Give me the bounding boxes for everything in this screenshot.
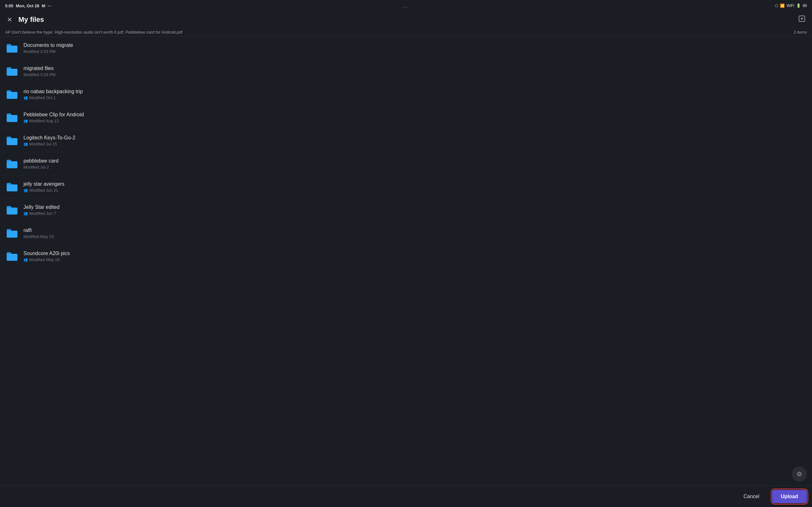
file-modified: Modified Jul 2 — [23, 165, 49, 170]
file-name: migrated files — [23, 66, 55, 71]
file-info: Logitech Keys-To-Go-2 👥 Modified Jul 15 — [23, 135, 75, 147]
wifi-icon: WiFi — [786, 3, 794, 8]
file-info: Documents to migrate Modified 3:33 PM — [23, 43, 73, 54]
battery-icon: 🔋 — [796, 3, 801, 8]
file-info: jelly star avengers 👥 Modified Jun 21 — [23, 181, 64, 193]
folder-icon — [5, 203, 19, 217]
file-meta: 👥 Modified Jun 21 — [23, 188, 64, 193]
folder-icon — [5, 157, 19, 171]
file-modified: Modified 3:29 PM — [23, 72, 55, 77]
folder-icon — [5, 134, 19, 148]
file-name: Soundcore A20i pics — [23, 250, 70, 257]
file-info: Pebblebee Clip for Android 👥 Modified Au… — [23, 112, 84, 123]
upload-button[interactable]: Upload — [772, 490, 807, 503]
file-name: jelly star avengers — [23, 181, 64, 187]
list-item[interactable]: Jelly Star edited 👥 Modified Jun 7 — [0, 199, 812, 222]
folder-icon — [5, 180, 19, 194]
shared-icon: 👥 — [23, 142, 28, 146]
list-item[interactable]: ralfi Modified May 23 — [0, 222, 812, 245]
selected-files-text: AP Don't believe the hype: High-resoluti… — [5, 30, 790, 35]
file-modified: Modified May 23 — [23, 234, 54, 239]
header-left: ✕ My files — [5, 15, 44, 24]
cancel-button[interactable]: Cancel — [734, 490, 768, 503]
file-modified: Modified Jun 21 — [29, 188, 58, 193]
file-meta: 👥 Modified Aug 13 — [23, 118, 84, 123]
folder-icon — [5, 249, 19, 263]
file-info: Soundcore A20i pics 👥 Modified May 19 — [23, 250, 70, 262]
status-right: ⬡ 📶 WiFi 🔋 88 — [775, 3, 807, 8]
header: ✕ My files — [0, 11, 812, 28]
add-button[interactable] — [797, 14, 807, 25]
file-info: rio nabao backpacking trip 👥 Modified Oc… — [23, 89, 83, 100]
signal-icon: 📶 — [780, 3, 785, 8]
file-modified: Modified Jun 7 — [29, 211, 56, 216]
file-name: Jelly Star edited — [23, 205, 60, 210]
file-modified: Modified Aug 13 — [29, 118, 59, 123]
folder-icon — [5, 64, 19, 78]
battery-level: 88 — [803, 3, 807, 8]
item-count: 2 items — [794, 30, 807, 35]
file-meta: Modified 3:33 PM — [23, 49, 73, 54]
shared-icon: 👥 — [23, 211, 28, 216]
list-item[interactable]: pebblebee card Modified Jul 2 — [0, 153, 812, 176]
page-title: My files — [18, 15, 44, 24]
file-modified: Modified May 19 — [29, 257, 59, 262]
main-content: Documents to migrate Modified 3:33 PM mi… — [0, 37, 812, 507]
file-list: Documents to migrate Modified 3:33 PM mi… — [0, 37, 812, 487]
file-meta: Modified 3:29 PM — [23, 72, 55, 77]
header-right — [797, 14, 807, 25]
folder-icon — [5, 111, 19, 124]
center-dots-icon: ··· — [403, 4, 409, 10]
list-item[interactable]: jelly star avengers 👥 Modified Jun 21 — [0, 176, 812, 199]
file-meta: Modified Jul 2 — [23, 165, 58, 170]
file-name: ralfi — [23, 228, 54, 233]
list-item[interactable]: rio nabao backpacking trip 👥 Modified Oc… — [0, 83, 812, 106]
close-icon: ✕ — [7, 16, 12, 23]
file-info: ralfi Modified May 23 — [23, 228, 54, 239]
file-meta: 👥 Modified Jul 15 — [23, 142, 75, 147]
info-bar: AP Don't believe the hype: High-resoluti… — [0, 28, 812, 37]
shared-icon: 👥 — [23, 96, 28, 100]
folder-icon — [5, 226, 19, 240]
fab-button[interactable]: ⚙ — [792, 466, 807, 482]
file-modified: Modified Oct 1 — [29, 95, 56, 100]
list-item[interactable]: Logitech Keys-To-Go-2 👥 Modified Jul 15 — [0, 129, 812, 153]
file-meta: 👥 Modified Jun 7 — [23, 211, 60, 216]
file-meta: Modified May 23 — [23, 234, 54, 239]
file-meta: 👥 Modified Oct 1 — [23, 95, 83, 100]
file-name: Documents to migrate — [23, 43, 73, 48]
file-info: Jelly Star edited 👥 Modified Jun 7 — [23, 205, 60, 216]
status-day: Mon, Oct 28 — [16, 3, 39, 8]
file-info: migrated files Modified 3:29 PM — [23, 66, 55, 77]
add-icon — [798, 15, 806, 24]
close-button[interactable]: ✕ — [5, 15, 14, 24]
list-item[interactable]: Pebblebee Clip for Android 👥 Modified Au… — [0, 106, 812, 129]
file-info: pebblebee card Modified Jul 2 — [23, 158, 58, 170]
file-name: Logitech Keys-To-Go-2 — [23, 135, 75, 141]
status-more: ··· — [48, 3, 51, 8]
shared-icon: 👥 — [23, 258, 28, 262]
folder-icon — [5, 41, 19, 55]
bluetooth-icon: ⬡ — [775, 3, 778, 8]
shared-icon: 👥 — [23, 188, 28, 192]
status-bar: 5:05 Mon, Oct 28 M ··· ··· ⬡ 📶 WiFi 🔋 88 — [0, 0, 812, 11]
file-name: pebblebee card — [23, 158, 58, 164]
file-modified: Modified Jul 15 — [29, 142, 57, 147]
file-name: Pebblebee Clip for Android — [23, 112, 84, 118]
list-item[interactable]: Documents to migrate Modified 3:33 PM — [0, 37, 812, 60]
list-item[interactable]: Soundcore A20i pics 👥 Modified May 19 — [0, 245, 812, 268]
status-left: 5:05 Mon, Oct 28 M ··· — [5, 3, 51, 8]
file-meta: 👥 Modified May 19 — [23, 257, 70, 262]
bottom-action-bar: Cancel Upload — [0, 486, 812, 507]
status-app: M — [42, 3, 45, 8]
fab-icon: ⚙ — [797, 470, 802, 478]
list-item[interactable]: migrated files Modified 3:29 PM — [0, 60, 812, 83]
file-name: rio nabao backpacking trip — [23, 89, 83, 95]
center-more-options[interactable]: ··· — [403, 4, 409, 10]
shared-icon: 👥 — [23, 119, 28, 123]
folder-icon — [5, 88, 19, 101]
file-modified: Modified 3:33 PM — [23, 49, 55, 54]
status-time: 5:05 — [5, 3, 13, 8]
